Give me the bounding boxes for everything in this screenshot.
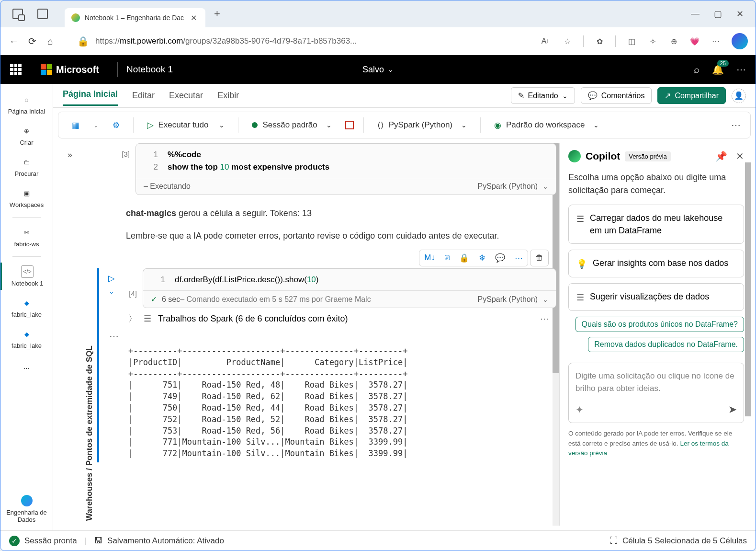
- chip-unique-products[interactable]: Quais são os produtos únicos no DataFram…: [575, 317, 744, 332]
- save-status[interactable]: Salvo⌄: [362, 65, 394, 75]
- back-button[interactable]: ←: [8, 35, 20, 47]
- cell-status: – Executando PySpark (Python)⌄: [136, 178, 556, 195]
- toolbar-more-icon[interactable]: ⋯: [731, 119, 741, 131]
- lock-icon[interactable]: 🔒: [77, 35, 89, 47]
- menu-right: ✎Editando⌄ 💬Comentários ↗Compartilhar 👤: [511, 87, 746, 104]
- delete-cell-icon[interactable]: 🗑: [530, 250, 548, 266]
- suggestion-visuals[interactable]: ☰Sugerir visualizações de dados: [568, 283, 744, 311]
- refresh-button[interactable]: ⟳: [26, 35, 38, 47]
- tab-actions-icon[interactable]: [37, 9, 48, 19]
- minimize-icon[interactable]: —: [691, 9, 700, 19]
- send-icon[interactable]: ➤: [728, 403, 737, 416]
- extension-icon[interactable]: ✿: [594, 36, 605, 46]
- cell-more-icon[interactable]: ⋯: [510, 250, 528, 266]
- copilot-input[interactable]: Digite uma solicitação ou clique no ícon…: [568, 363, 744, 423]
- clear-output-icon[interactable]: ⎚: [440, 250, 454, 266]
- comment-icon: 💬: [588, 91, 598, 100]
- pyspark-icon: ⟨⟩: [377, 120, 384, 130]
- pin-icon[interactable]: 📌: [715, 150, 727, 162]
- menu-run[interactable]: Executar: [169, 87, 203, 104]
- run-all-button[interactable]: ▷Executar tudo⌄: [143, 118, 229, 132]
- cell-3: [3] 1%%code 2show the top 10 most expens…: [97, 143, 556, 195]
- rail-lake1[interactable]: ◆fabric_lake: [0, 294, 53, 321]
- run-menu-icon[interactable]: ⌄: [109, 287, 114, 295]
- ribbon-toolbar: ▦ ↓ ⚙ ▷Executar tudo⌄ Sessão padrão⌄ ⟨⟩P…: [58, 112, 751, 138]
- browser-tab[interactable]: Notebook 1 – Engenharia de Dac ✕: [65, 8, 205, 27]
- copilot-intro: Escolha uma opção abaixo ou digite uma s…: [568, 171, 744, 197]
- environment-button[interactable]: ◉Padrão do workspace⌄: [490, 118, 603, 132]
- maximize-icon[interactable]: ▢: [714, 9, 722, 19]
- close-copilot-icon[interactable]: ✕: [736, 150, 744, 162]
- text-size-icon[interactable]: A》: [541, 36, 552, 46]
- rail-engineering[interactable]: Engenharia de Dados: [0, 492, 53, 527]
- chip-remove-duplicates[interactable]: Remova dados duplicados no DataFrame.: [588, 337, 744, 352]
- close-icon[interactable]: ✕: [189, 12, 199, 23]
- split-icon[interactable]: ◫: [626, 36, 637, 46]
- status-bar: ✓ Sessão pronta | 🖫 Salvamento Automátic…: [0, 530, 756, 551]
- rail-workspaces[interactable]: ▣Workspaces: [0, 184, 53, 211]
- play-icon: ▷: [147, 120, 154, 130]
- comment-cell-icon[interactable]: 💬: [490, 250, 510, 266]
- app-header: Microsoft Notebook 1 Salvo⌄ ⌕ 🔔 25 ⋯: [0, 55, 756, 84]
- code-box[interactable]: 1df.orderBy(df.ListPrice.desc()).show(10…: [143, 268, 556, 309]
- suggestion-insights[interactable]: 💡Gerar insights com base nos dados: [568, 250, 744, 277]
- menu-bar: Página Inicial Editar Executar Exibir ✎E…: [53, 84, 756, 108]
- home-button[interactable]: ⌂: [45, 35, 56, 47]
- selection-icon: ⛶: [609, 536, 618, 546]
- lock-cell-icon[interactable]: 🔒: [454, 250, 474, 266]
- stop-button[interactable]: [345, 121, 354, 129]
- url-box[interactable]: https://msit.powerbi.com/groups/32a98b35…: [95, 36, 474, 46]
- code-box[interactable]: 1%%code 2show the top 10 most expensive …: [135, 143, 556, 195]
- rail-lake2[interactable]: ◆fabric_lake: [0, 325, 53, 352]
- rail-create[interactable]: ⊕Criar: [0, 122, 53, 149]
- menu-home[interactable]: Página Inicial: [63, 85, 118, 106]
- tab-favicon-icon: [71, 13, 80, 22]
- sparkle-icon[interactable]: ✦: [575, 404, 584, 415]
- data-wrangle-icon[interactable]: ▦: [68, 118, 83, 132]
- notifications-button[interactable]: 🔔 25: [712, 64, 724, 75]
- editing-button[interactable]: ✎Editando⌄: [511, 87, 575, 104]
- rail-browse[interactable]: 🗀Procurar: [0, 153, 53, 180]
- menu-edit[interactable]: Editar: [132, 87, 155, 104]
- collections-icon[interactable]: ⊕: [668, 36, 679, 46]
- spark-jobs-row[interactable]: 〉 ☰ Trabalhos do Spark (6 de 6 concluído…: [100, 308, 556, 329]
- suggestion-load-data[interactable]: ☰Carregar dados do meu lakehouse em um D…: [568, 205, 744, 244]
- more-header-icon[interactable]: ⋯: [736, 64, 746, 75]
- copilot-orb-icon[interactable]: [732, 33, 748, 49]
- search-icon[interactable]: ⌕: [694, 64, 700, 75]
- menu-view[interactable]: Exibir: [217, 87, 239, 104]
- collapse-explorer[interactable]: »: [58, 143, 82, 526]
- more-icon[interactable]: ⋯: [711, 36, 721, 46]
- copilot-scrollbar[interactable]: [745, 162, 751, 416]
- close-window-icon[interactable]: ✕: [736, 9, 744, 19]
- spark-more-icon[interactable]: ⋯: [540, 313, 549, 324]
- new-tab-button[interactable]: +: [214, 8, 220, 20]
- explorer-label[interactable]: Warehouses / Pontos de extremidade de SQ…: [82, 143, 97, 526]
- persona-icon[interactable]: 👤: [732, 89, 746, 103]
- markdown-button[interactable]: M↓: [419, 250, 440, 266]
- language-button[interactable]: ⟨⟩PySpark (Python)⌄: [373, 118, 471, 132]
- notebook-name[interactable]: Notebook 1: [126, 64, 173, 75]
- share-icon: ↗: [665, 91, 671, 100]
- health-icon[interactable]: 💗: [689, 36, 700, 46]
- copilot-footer: O conteúdo gerado por IA pode ter erros.…: [568, 429, 744, 458]
- session-button[interactable]: Sessão padrão⌄: [248, 118, 335, 132]
- rail-notebook1[interactable]: </>Notebook 1: [0, 263, 53, 290]
- freeze-icon[interactable]: ❄: [474, 250, 490, 266]
- settings-icon[interactable]: ⚙: [109, 118, 124, 132]
- address-bar: ← ⟳ ⌂ 🔒 https://msit.powerbi.com/groups/…: [0, 27, 756, 55]
- download-icon[interactable]: ↓: [90, 118, 102, 132]
- favorite-icon[interactable]: ☆: [562, 36, 573, 46]
- run-cell-button[interactable]: ▷: [108, 273, 115, 284]
- rail-home[interactable]: ⌂Página Inicial: [0, 91, 53, 118]
- app-launcher-icon[interactable]: [10, 64, 22, 75]
- copilot-header: Copilot Versão prévia 📌 ✕: [568, 150, 744, 162]
- share-button[interactable]: ↗Compartilhar: [657, 87, 726, 104]
- comments-button[interactable]: 💬Comentários: [581, 87, 652, 104]
- session-status: Sessão pronta: [24, 536, 77, 546]
- workspaces-icon[interactable]: [12, 9, 23, 19]
- rail-more[interactable]: ⋯: [0, 359, 53, 377]
- rail-fabric-ws[interactable]: ⚯fabric-ws: [0, 223, 53, 251]
- left-rail: ⌂Página Inicial ⊕Criar 🗀Procurar ▣Worksp…: [0, 84, 53, 530]
- favorites-bar-icon[interactable]: ✧: [647, 36, 658, 46]
